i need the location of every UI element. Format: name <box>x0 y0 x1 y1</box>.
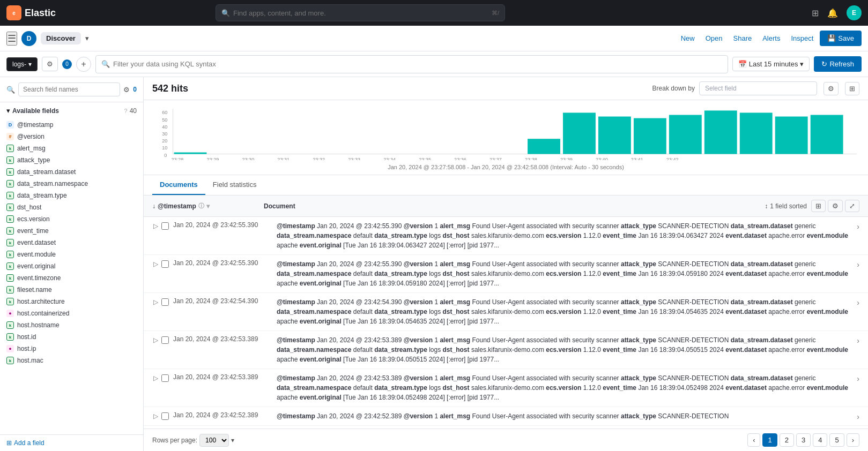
field-item-event-timezone[interactable]: k event.timezone <box>0 272 143 284</box>
field-item-ecs-version[interactable]: k ecs.version <box>0 213 143 225</box>
svg-text:23:29: 23:29 <box>206 157 219 160</box>
field-item--version[interactable]: # @version <box>0 131 143 142</box>
field-item-event-module[interactable]: k event.module <box>0 249 143 260</box>
svg-rect-22 <box>563 112 596 154</box>
row-expand-arrow[interactable]: › <box>857 412 859 421</box>
user-avatar[interactable]: E <box>847 5 862 20</box>
row-checkbox[interactable] <box>161 374 169 382</box>
apps-icon[interactable]: ⊞ <box>812 8 819 18</box>
tab-documents[interactable]: Documents <box>152 175 205 195</box>
row-checkbox[interactable] <box>161 222 169 230</box>
main-layout: 🔍 ⚙ 0 ▾ Available fields ? 40 D @timesta… <box>0 77 868 451</box>
row-expand-button[interactable]: ▷ <box>152 373 159 383</box>
next-page-button[interactable]: › <box>847 433 859 447</box>
options-button[interactable]: ⚙ <box>828 200 843 212</box>
field-item--timestamp[interactable]: D @timestamp <box>0 119 143 131</box>
field-item-host-architecture[interactable]: k host.architecture <box>0 296 143 307</box>
field-item-host-id[interactable]: k host.id <box>0 331 143 343</box>
row-expand-button[interactable]: ▷ <box>152 335 159 345</box>
row-timestamp: Jan 20, 2024 @ 23:42:53.389 <box>173 335 272 343</box>
row-actions: ▷ <box>152 259 169 269</box>
kql-input[interactable] <box>113 60 722 68</box>
page-1-button[interactable]: 1 <box>762 433 777 447</box>
page-4-button[interactable]: 4 <box>813 433 827 447</box>
sidebar-search-icon: 🔍 <box>6 86 15 94</box>
field-name-label: data_stream.dataset <box>17 168 137 176</box>
row-expand-button[interactable]: ▷ <box>152 297 159 307</box>
page-2-button[interactable]: 2 <box>780 433 794 447</box>
row-expand-arrow[interactable]: › <box>857 222 859 231</box>
field-item-event-original[interactable]: k event.original <box>0 260 143 272</box>
row-expand-button[interactable]: ▷ <box>152 411 159 421</box>
row-expand-button[interactable]: ▷ <box>152 221 159 231</box>
keyboard-hint: ⌘/ <box>492 10 499 17</box>
timestamp-settings-icon[interactable]: ▾ <box>206 202 210 210</box>
field-search-input[interactable] <box>18 82 120 96</box>
breakdown-options-icon[interactable]: ⊞ <box>845 82 859 95</box>
svg-rect-26 <box>704 110 737 154</box>
field-item-data-stream-dataset[interactable]: k data_stream.dataset <box>0 166 143 178</box>
field-item-host-containerized[interactable]: ● host.containerized <box>0 307 143 319</box>
field-item-event-time[interactable]: k event_time <box>0 225 143 237</box>
nav-actions: New Open Share Alerts Inspect 💾 Save <box>677 31 862 46</box>
row-expand-arrow[interactable]: › <box>857 336 859 345</box>
page-3-button[interactable]: 3 <box>796 433 811 447</box>
save-button[interactable]: 💾 Save <box>820 31 862 46</box>
rows-per-page-select[interactable]: 100 25 50 <box>199 434 229 447</box>
field-item-host-mac[interactable]: k host.mac <box>0 355 143 366</box>
filter-options-button[interactable]: ⚙ <box>42 57 58 71</box>
kql-search-bar[interactable]: 🔍 <box>95 55 728 73</box>
field-item-data-stream-type[interactable]: k data_stream.type <box>0 190 143 201</box>
alerts-button[interactable]: Alerts <box>758 31 784 46</box>
timestamp-info-icon[interactable]: ⓘ <box>198 202 204 210</box>
field-item-fileset-name[interactable]: k fileset.name <box>0 284 143 296</box>
data-source-button[interactable]: logs- ▾ <box>6 57 38 71</box>
sidebar-filter-icon[interactable]: ⚙ <box>123 86 130 94</box>
tab-field-statistics[interactable]: Field statistics <box>205 175 264 195</box>
row-checkbox[interactable] <box>161 336 169 344</box>
inspect-button[interactable]: Inspect <box>787 31 818 46</box>
add-field-button[interactable]: ⊞ Add a field <box>0 434 143 451</box>
field-type-badge: k <box>6 180 14 187</box>
row-doc: @timestamp Jan 20, 2024 @ 23:42:54.390 @… <box>277 297 852 326</box>
column-view-button[interactable]: ⊞ <box>811 200 826 212</box>
field-item-event-dataset[interactable]: k event.dataset <box>0 237 143 249</box>
row-expand-arrow[interactable]: › <box>857 374 859 383</box>
discover-label[interactable]: Discover <box>41 32 81 44</box>
row-checkbox[interactable] <box>161 412 169 420</box>
field-item-host-ip[interactable]: ● host.ip <box>0 343 143 355</box>
svg-rect-24 <box>634 118 666 154</box>
prev-page-button[interactable]: ‹ <box>747 433 760 447</box>
time-picker[interactable]: 📅 Last 15 minutes ▾ <box>732 57 810 71</box>
breakdown-settings-icon[interactable]: ⚙ <box>824 82 839 95</box>
hamburger-menu[interactable]: ☰ <box>6 32 17 46</box>
sidebar-search-area: 🔍 ⚙ 0 <box>0 77 143 102</box>
global-search[interactable]: 🔍 ⌘/ <box>216 4 505 21</box>
add-filter-button[interactable]: + <box>76 57 91 72</box>
add-field-icon: ⊞ <box>6 439 12 447</box>
field-item-attack-type[interactable]: k attack_type <box>0 154 143 166</box>
field-item-dst-host[interactable]: k dst_host <box>0 201 143 213</box>
row-expand-button[interactable]: ▷ <box>152 259 159 269</box>
elastic-logo[interactable]: e Elastic <box>6 5 56 20</box>
row-checkbox[interactable] <box>161 260 169 268</box>
fullscreen-button[interactable]: ⤢ <box>845 200 859 212</box>
field-item-alert-msg[interactable]: k alert_msg <box>0 142 143 154</box>
page-5-button[interactable]: 5 <box>829 433 844 447</box>
field-item-data-stream-namespace[interactable]: k data_stream.namespace <box>0 178 143 190</box>
discover-chevron-icon[interactable]: ▾ <box>85 34 89 42</box>
field-name-label: host.ip <box>17 345 137 352</box>
row-expand-arrow[interactable]: › <box>857 260 859 269</box>
row-expand-arrow[interactable]: › <box>857 298 859 307</box>
global-search-input[interactable] <box>233 9 492 17</box>
new-button[interactable]: New <box>677 31 699 46</box>
open-button[interactable]: Open <box>701 31 727 46</box>
notifications-icon[interactable]: 🔔 <box>827 8 838 18</box>
refresh-button[interactable]: ↻ Refresh <box>814 56 862 72</box>
breakdown-field-select[interactable]: Select field <box>699 81 817 95</box>
share-button[interactable]: Share <box>729 31 756 46</box>
row-actions: ▷ <box>152 297 169 307</box>
available-fields-header[interactable]: ▾ Available fields ? 40 <box>0 102 143 119</box>
field-item-host-hostname[interactable]: k host.hostname <box>0 319 143 331</box>
row-checkbox[interactable] <box>161 298 169 306</box>
